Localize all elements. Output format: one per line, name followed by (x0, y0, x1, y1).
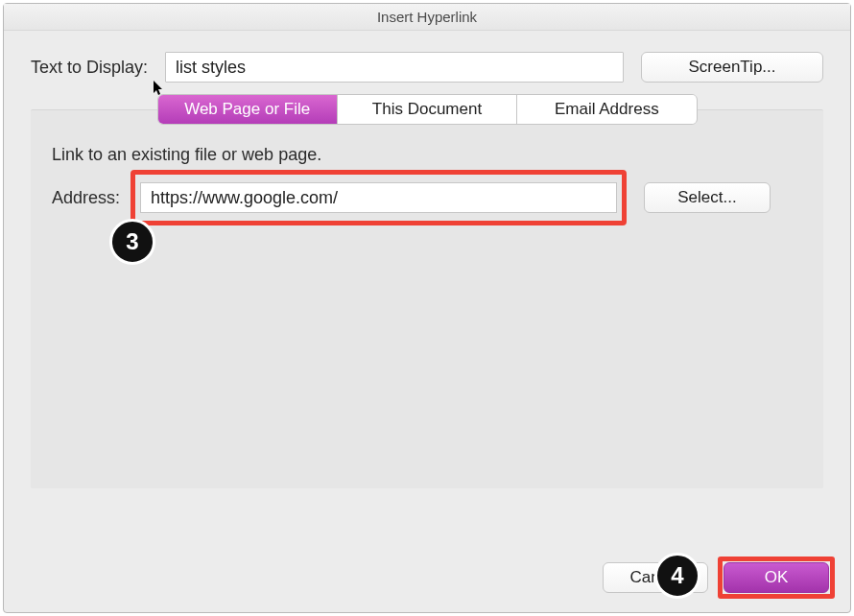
panel-instruction: Link to an existing file or web page. (52, 145, 802, 165)
address-label: Address: (52, 188, 130, 208)
screentip-button[interactable]: ScreenTip... (641, 52, 823, 83)
link-type-panel: Web Page or File This Document Email Add… (31, 109, 823, 488)
dialog-content: Text to Display: ScreenTip... Web Page o… (4, 31, 850, 488)
link-type-tabs: Web Page or File This Document Email Add… (157, 94, 698, 125)
dialog-footer: Cancel OK (603, 562, 829, 593)
dialog-titlebar: Insert Hyperlink (4, 4, 850, 31)
text-display-input[interactable] (165, 52, 624, 83)
ok-button-wrap: OK (724, 562, 829, 593)
select-file-button[interactable]: Select... (644, 182, 771, 213)
tab-this-document[interactable]: This Document (338, 95, 517, 124)
tab-email-address[interactable]: Email Address (517, 95, 696, 124)
text-display-row: Text to Display: ScreenTip... (31, 52, 823, 83)
address-input[interactable] (140, 182, 617, 213)
dialog-title: Insert Hyperlink (377, 9, 477, 25)
address-row: Address: Select... (52, 182, 802, 213)
insert-hyperlink-dialog: Insert Hyperlink Text to Display: Screen… (3, 3, 851, 613)
address-input-wrap (140, 182, 617, 213)
cancel-button[interactable]: Cancel (603, 562, 708, 593)
text-display-label: Text to Display: (31, 58, 148, 78)
tab-web-page-or-file[interactable]: Web Page or File (158, 95, 338, 124)
ok-button[interactable]: OK (724, 562, 829, 593)
